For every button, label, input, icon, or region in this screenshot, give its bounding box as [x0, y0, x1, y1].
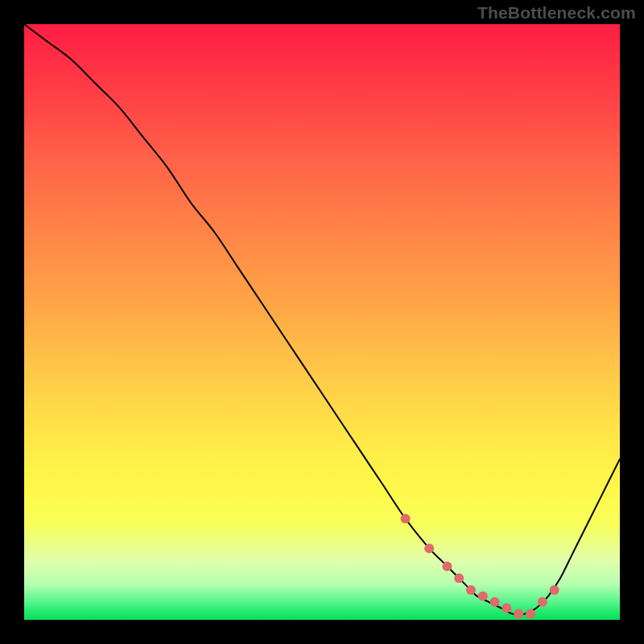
marker-dot: [514, 609, 523, 619]
marker-dot: [454, 573, 464, 583]
marker-dot: [526, 609, 535, 619]
watermark-text: TheBottleneck.com: [477, 3, 636, 23]
marker-dot: [538, 597, 547, 607]
marker-dot: [424, 543, 434, 553]
marker-dot: [466, 585, 476, 595]
marker-dot: [478, 591, 488, 601]
marker-dot: [502, 603, 511, 613]
bottleneck-curve: [24, 24, 620, 615]
chart-frame: TheBottleneck.com: [0, 0, 644, 644]
marker-cluster: [401, 514, 559, 618]
marker-dot: [442, 561, 452, 571]
curve-svg: [24, 24, 620, 620]
marker-dot: [490, 597, 500, 607]
plot-area: [24, 24, 620, 620]
marker-dot: [550, 585, 559, 595]
marker-dot: [401, 514, 411, 523]
